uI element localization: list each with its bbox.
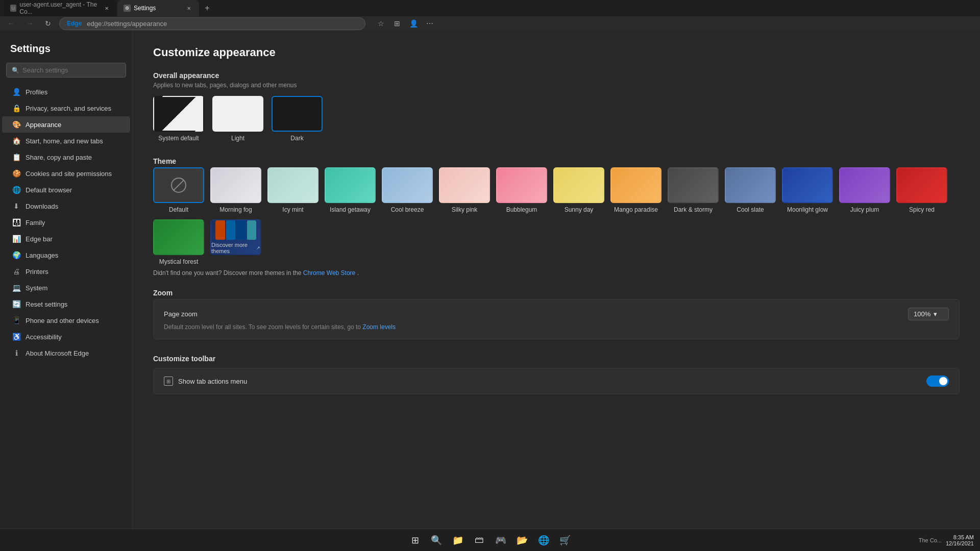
tab-2-close[interactable]: ✕	[185, 4, 193, 12]
sidebar-item-family-label: Family	[26, 219, 45, 227]
more-menu-icon[interactable]: ⋯	[423, 16, 437, 31]
forward-button[interactable]: →	[22, 16, 37, 31]
zoom-select[interactable]: 100% ▾	[908, 308, 949, 320]
address-input[interactable]: Edge edge://settings/appearance	[59, 17, 365, 30]
theme-cool-slate-preview	[725, 167, 776, 203]
privacy-icon: 🔒	[12, 104, 20, 112]
about-icon: ℹ	[12, 349, 20, 357]
sidebar-item-share-copy[interactable]: 📋 Share, copy and paste	[2, 149, 130, 165]
sidebar-item-appearance-label: Appearance	[26, 121, 61, 129]
search-input[interactable]	[22, 66, 120, 74]
tab-1[interactable]: U user-agent.user_agent - The Co... ✕	[4, 0, 116, 16]
edge-icon: Edge	[67, 20, 82, 27]
search-box[interactable]: 🔍	[6, 63, 126, 78]
sidebar-item-printers[interactable]: 🖨 Printers	[2, 263, 130, 280]
browser-toolbar-right: ☆ ⊞ 👤 ⋯	[374, 16, 437, 31]
theme-mystical-forest[interactable]: Mystical forest	[153, 219, 204, 265]
discover-img-3	[236, 220, 246, 240]
sidebar-item-system[interactable]: 💻 System	[2, 280, 130, 296]
theme-silky-pink[interactable]: Silky pink	[439, 167, 490, 213]
theme-island-getaway-preview	[325, 167, 376, 203]
theme-mystical-forest-label: Mystical forest	[159, 258, 199, 265]
sidebar-item-appearance[interactable]: 🎨 Appearance	[2, 116, 130, 133]
theme-moonlight-glow[interactable]: Moonlight glow	[782, 167, 833, 213]
tab-bar: U user-agent.user_agent - The Co... ✕ ⚙ …	[0, 0, 980, 16]
address-text: edge://settings/appearance	[87, 20, 167, 28]
zoom-levels-link[interactable]: Zoom levels	[362, 323, 396, 331]
sidebar-item-start-home[interactable]: 🏠 Start, home, and new tabs	[2, 133, 130, 149]
theme-juicy-plum-preview	[839, 167, 890, 203]
sidebar-item-edge-bar[interactable]: 📊 Edge bar	[2, 231, 130, 247]
new-tab-button[interactable]: +	[200, 1, 214, 15]
appearance-system-default[interactable]: System default	[153, 96, 204, 142]
taskbar-ms-store-icon[interactable]: 🛒	[556, 531, 574, 549]
taskbar-files-icon[interactable]: 📂	[513, 531, 531, 549]
toolbar-section-title: Customize toolbar	[153, 355, 960, 363]
theme-dark-stormy[interactable]: Dark & stormy	[668, 167, 719, 213]
theme-morning-fog[interactable]: Morning fog	[210, 167, 261, 213]
theme-discover[interactable]: Discover more themes ↗	[210, 219, 261, 265]
sidebar-item-family[interactable]: 👨‍👩‍👧 Family	[2, 214, 130, 231]
sidebar-item-privacy-label: Privacy, search, and services	[26, 105, 111, 112]
theme-mystical-forest-preview	[153, 219, 204, 255]
theme-juicy-plum-label: Juicy plum	[850, 206, 879, 213]
show-tab-actions-toggle[interactable]	[926, 375, 949, 387]
sidebar-item-profiles[interactable]: 👤 Profiles	[2, 84, 130, 100]
sidebar-item-privacy[interactable]: 🔒 Privacy, search, and services	[2, 100, 130, 116]
theme-sunny-day[interactable]: Sunny day	[553, 167, 604, 213]
sidebar-item-reset[interactable]: 🔄 Reset settings	[2, 296, 130, 312]
sidebar-item-default-browser[interactable]: 🌐 Default browser	[2, 182, 130, 198]
sidebar-item-downloads-label: Downloads	[26, 203, 58, 210]
printers-icon: 🖨	[12, 267, 20, 276]
sidebar-item-cookies-label: Cookies and site permissions	[26, 170, 112, 178]
theme-grid: Default Morning fog Icy mint Island geta…	[153, 167, 960, 265]
themes-footer-text: Didn't find one you want? Discover more …	[153, 269, 303, 277]
taskbar-store-icon[interactable]: 🗃	[470, 531, 488, 549]
refresh-button[interactable]: ↻	[41, 16, 55, 31]
taskbar-edge-icon[interactable]: 🌐	[534, 531, 553, 549]
appearance-light[interactable]: Light	[212, 96, 263, 142]
zoom-card: Page zoom 100% ▾ Default zoom level for …	[153, 299, 960, 339]
sidebar-item-about[interactable]: ℹ About Microsoft Edge	[2, 345, 130, 361]
theme-spicy-red-label: Spicy red	[909, 206, 935, 213]
taskbar-xbox-icon[interactable]: 🎮	[492, 531, 510, 549]
chrome-web-store-link[interactable]: Chrome Web Store	[303, 269, 356, 277]
sidebar-item-about-label: About Microsoft Edge	[26, 349, 89, 357]
sidebar-item-printers-label: Printers	[26, 268, 48, 276]
theme-spicy-red-preview	[896, 167, 947, 203]
back-button[interactable]: ←	[4, 16, 18, 31]
sidebar-item-phone[interactable]: 📱 Phone and other devices	[2, 312, 130, 329]
theme-cool-breeze[interactable]: Cool breeze	[382, 167, 433, 213]
appearance-icon: 🎨	[12, 120, 20, 129]
taskbar-search-icon[interactable]: 🔍	[427, 531, 446, 549]
theme-default[interactable]: Default	[153, 167, 204, 213]
sidebar-item-downloads[interactable]: ⬇ Downloads	[2, 198, 130, 214]
theme-island-getaway[interactable]: Island getaway	[325, 167, 376, 213]
theme-juicy-plum[interactable]: Juicy plum	[839, 167, 890, 213]
appearance-dark[interactable]: Dark	[272, 96, 323, 142]
taskbar-windows-icon[interactable]: ⊞	[406, 531, 424, 549]
theme-icy-mint-preview	[267, 167, 318, 203]
theme-spicy-red[interactable]: Spicy red	[896, 167, 947, 213]
theme-cool-slate[interactable]: Cool slate	[725, 167, 776, 213]
discover-img-4	[247, 220, 257, 240]
profile-icon[interactable]: 👤	[406, 16, 421, 31]
theme-icy-mint-label: Icy mint	[282, 206, 303, 213]
search-icon: 🔍	[12, 67, 19, 74]
profiles-icon: 👤	[12, 88, 20, 96]
sidebar-item-cookies[interactable]: 🍪 Cookies and site permissions	[2, 165, 130, 182]
favorites-icon[interactable]: ☆	[374, 16, 388, 31]
theme-icy-mint[interactable]: Icy mint	[267, 167, 318, 213]
collections-icon[interactable]: ⊞	[390, 16, 404, 31]
sidebar-item-accessibility[interactable]: ♿ Accessibility	[2, 329, 130, 345]
sidebar-item-languages[interactable]: 🌍 Languages	[2, 247, 130, 263]
tab-1-close[interactable]: ✕	[103, 4, 110, 12]
theme-mango-paradise[interactable]: Mango paradise	[610, 167, 662, 213]
tab-2[interactable]: ⚙ Settings ✕	[117, 0, 199, 16]
taskbar-file-explorer-icon[interactable]: 📁	[449, 531, 467, 549]
theme-bubblegum[interactable]: Bubblegum	[496, 167, 547, 213]
taskbar-clock[interactable]: 8:35 AM 12/16/2021	[946, 534, 974, 546]
theme-mango-paradise-preview	[610, 167, 662, 203]
edge-bar-icon: 📊	[12, 235, 20, 243]
family-icon: 👨‍👩‍👧	[12, 218, 20, 227]
